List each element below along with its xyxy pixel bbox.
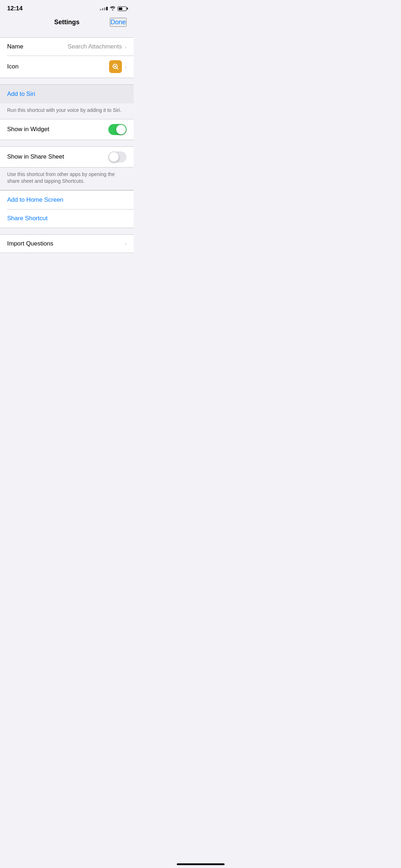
add-to-home-screen-label: Add to Home Screen [7,196,63,203]
siri-section: Add to Siri Run this shortcut with your … [0,84,134,119]
share-sheet-desc-text: Use this shortcut from other apps by ope… [7,171,115,184]
section-gap-4 [0,228,134,234]
import-questions-section: Import Questions › [0,234,134,253]
svg-line-1 [117,68,118,69]
import-questions-label: Import Questions [7,240,53,247]
svg-point-2 [114,66,116,67]
done-button[interactable]: Done [110,18,127,27]
icon-thumbnail [109,60,122,73]
share-sheet-toggle-section: Show in Share Sheet [0,146,134,167]
battery-icon [118,6,127,11]
toggle-thumb [116,125,126,134]
share-shortcut-label: Share Shortcut [7,215,47,222]
icon-label: Icon [7,63,19,70]
widget-section: Show in Widget [0,119,134,140]
icon-row-right: › [109,60,127,73]
name-row[interactable]: Name Search Attachments › [0,38,134,56]
import-questions-chevron-icon: › [125,241,127,247]
status-icons [100,6,127,11]
siri-description: Run this shortcut with your voice by add… [0,103,134,119]
import-questions-row[interactable]: Import Questions › [0,235,134,253]
share-sheet-description: Use this shortcut from other apps by ope… [0,167,134,190]
add-to-siri-row[interactable]: Add to Siri [0,84,134,103]
share-sheet-section: Show in Share Sheet Use this shortcut fr… [0,146,134,190]
show-in-widget-toggle[interactable] [108,124,127,135]
section-gap-2 [0,78,134,84]
show-in-share-sheet-toggle[interactable] [108,151,127,162]
section-gap-3 [0,140,134,146]
page-title: Settings [54,19,79,26]
name-value: Search Attachments [68,43,122,50]
add-to-home-screen-row[interactable]: Add to Home Screen [0,191,134,209]
name-icon-section: Name Search Attachments › Icon › [0,37,134,78]
wifi-icon [110,6,115,11]
share-sheet-toggle-thumb [109,152,119,162]
signal-icon [100,7,108,10]
add-to-siri-label: Add to Siri [7,91,35,98]
status-bar: 12:14 [0,0,134,15]
name-chevron-icon: › [125,44,127,50]
nav-bar: Settings Done [0,15,134,31]
actions-section: Add to Home Screen Share Shortcut [0,190,134,228]
status-time: 12:14 [7,5,22,12]
siri-desc-text: Run this shortcut with your voice by add… [7,107,122,113]
icon-chevron-icon: › [125,64,127,70]
share-shortcut-row[interactable]: Share Shortcut [0,209,134,228]
section-gap-1 [0,31,134,37]
show-in-widget-label: Show in Widget [7,126,49,133]
icon-row[interactable]: Icon › [0,56,134,78]
show-in-share-sheet-row: Show in Share Sheet [0,147,134,167]
name-label: Name [7,43,23,50]
show-in-share-sheet-label: Show in Share Sheet [7,153,64,160]
import-questions-right: › [125,241,127,247]
name-row-right: Search Attachments › [68,43,127,50]
show-in-widget-row: Show in Widget [0,119,134,140]
